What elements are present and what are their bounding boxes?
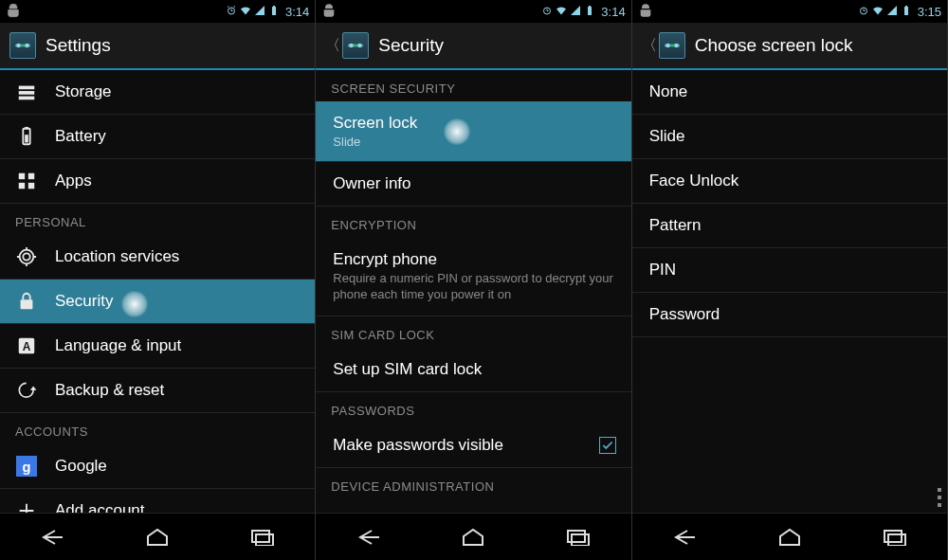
nav-recent-button[interactable] — [871, 523, 919, 551]
android-debug-icon — [638, 3, 653, 21]
overflow-menu-button[interactable] — [938, 488, 941, 507]
option-password[interactable]: Password — [632, 293, 947, 337]
nav-recent-button[interactable] — [555, 523, 602, 551]
row-label: Backup & reset — [55, 381, 164, 400]
section-passwords: PASSWORDS — [316, 392, 630, 424]
row-label: Face Unlock — [649, 172, 738, 190]
google-icon: g — [15, 455, 38, 478]
clock-time: 3:15 — [918, 5, 941, 19]
svg-point-5 — [25, 44, 29, 48]
row-sim-lock[interactable]: Set up SIM card lock — [316, 348, 630, 392]
nav-bar — [0, 513, 315, 560]
android-debug-icon — [6, 3, 21, 21]
security-list[interactable]: SCREEN SECURITY Screen lock Slide Owner … — [316, 70, 630, 513]
row-sublabel: Slide — [333, 135, 615, 149]
action-bar: Settings — [0, 23, 315, 70]
section-personal: PERSONAL — [0, 204, 315, 235]
nav-home-button[interactable] — [134, 523, 181, 551]
svg-rect-18 — [21, 299, 33, 309]
row-owner-info[interactable]: Owner info — [316, 162, 630, 207]
battery-status-icon — [268, 5, 280, 19]
row-label: PIN — [649, 261, 676, 280]
svg-rect-11 — [25, 135, 28, 142]
nav-home-button[interactable] — [449, 523, 497, 551]
svg-point-17 — [20, 250, 34, 264]
svg-rect-32 — [572, 534, 589, 546]
signal-icon — [254, 5, 265, 19]
row-screen-lock[interactable]: Screen lock Slide — [316, 101, 630, 162]
option-pin[interactable]: PIN — [632, 248, 947, 293]
section-device-admin: DEVICE ADMINISTRATION — [316, 468, 630, 499]
row-label: Add account — [55, 501, 145, 513]
row-label: None — [649, 82, 688, 101]
row-label: Pattern — [649, 216, 702, 235]
nav-back-button[interactable] — [345, 523, 392, 551]
section-screen-security: SCREEN SECURITY — [316, 70, 630, 101]
row-label: Battery — [55, 127, 106, 146]
row-label: Location services — [55, 247, 179, 266]
option-pattern[interactable]: Pattern — [632, 204, 947, 248]
lock-options-list[interactable]: None Slide Face Unlock Pattern PIN Passw… — [632, 70, 947, 513]
backup-icon — [15, 379, 38, 402]
plus-icon — [15, 499, 38, 513]
svg-text:g: g — [23, 460, 31, 475]
section-accounts: ACCOUNTS — [0, 413, 315, 444]
back-caret-icon: 〈 — [642, 36, 657, 56]
svg-rect-6 — [19, 86, 35, 90]
row-passwords-visible[interactable]: Make passwords visible — [316, 424, 630, 468]
battery-status-icon — [584, 5, 595, 19]
row-apps[interactable]: Apps — [0, 159, 315, 204]
nav-home-button[interactable] — [766, 523, 813, 551]
language-icon: A — [15, 334, 38, 357]
wifi-icon — [240, 5, 251, 19]
row-label: Set up SIM card lock — [333, 360, 482, 379]
alarm-icon — [541, 5, 553, 19]
back-caret-icon: 〈 — [325, 36, 340, 56]
row-security[interactable]: Security — [0, 280, 315, 324]
option-none[interactable]: None — [632, 70, 947, 115]
svg-point-4 — [16, 44, 21, 48]
action-bar[interactable]: 〈 Choose screen lock — [632, 23, 947, 70]
clock-time: 3:14 — [601, 5, 625, 19]
section-encryption: ENCRYPTION — [316, 207, 630, 238]
alarm-icon — [858, 5, 869, 19]
phone-security: 3:14 〈 Security SCREEN SECURITY Screen l… — [316, 0, 631, 560]
row-google-account[interactable]: g Google — [0, 444, 315, 489]
svg-rect-39 — [884, 531, 902, 542]
settings-list[interactable]: Storage Battery Apps PERSONAL Location s… — [0, 70, 315, 513]
checkbox-checked-icon[interactable] — [599, 437, 616, 454]
svg-rect-24 — [256, 534, 273, 546]
nav-back-button[interactable] — [661, 523, 708, 551]
row-encrypt-phone[interactable]: Encrypt phone Require a numeric PIN or p… — [316, 238, 630, 316]
svg-point-38 — [674, 44, 679, 48]
row-battery[interactable]: Battery — [0, 115, 315, 159]
svg-point-16 — [23, 253, 29, 260]
storage-icon — [15, 81, 38, 103]
option-face-unlock[interactable]: Face Unlock — [632, 159, 947, 204]
row-label: Security — [55, 292, 113, 311]
lock-icon — [15, 290, 38, 313]
option-slide[interactable]: Slide — [632, 115, 947, 159]
row-backup-reset[interactable]: Backup & reset — [0, 369, 315, 413]
nav-back-button[interactable] — [28, 523, 76, 551]
row-label: Owner info — [333, 174, 410, 193]
wifi-icon — [556, 5, 567, 19]
row-location-services[interactable]: Location services — [0, 235, 315, 280]
svg-rect-34 — [904, 7, 908, 15]
page-title: Choose screen lock — [695, 35, 853, 56]
status-bar: 3:14 — [316, 0, 630, 23]
svg-rect-2 — [273, 6, 275, 7]
row-language-input[interactable]: A Language & input — [0, 324, 315, 369]
row-add-account[interactable]: Add account — [0, 489, 315, 513]
action-bar[interactable]: 〈 Security — [316, 23, 630, 70]
row-label: Google — [55, 457, 107, 476]
row-label: Make passwords visible — [333, 436, 598, 455]
svg-rect-7 — [19, 91, 35, 95]
nav-recent-button[interactable] — [239, 523, 286, 551]
row-storage[interactable]: Storage — [0, 70, 315, 115]
row-label: Language & input — [55, 336, 181, 355]
svg-rect-14 — [19, 183, 25, 189]
row-label: Apps — [55, 172, 92, 190]
wifi-icon — [872, 5, 884, 19]
clock-time: 3:14 — [285, 5, 309, 19]
